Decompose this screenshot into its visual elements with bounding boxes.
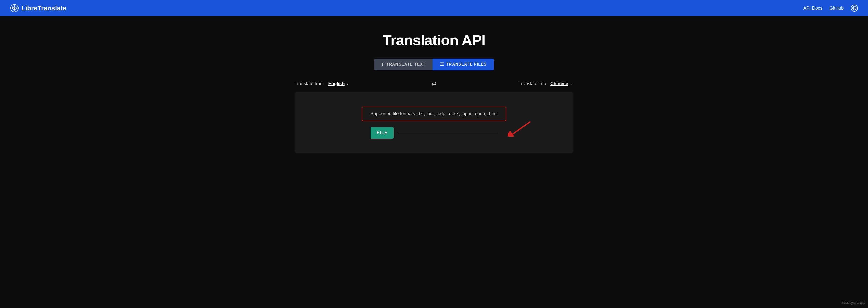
language-globe-icon[interactable] [851,5,858,12]
file-formats-text: Supported file formats: .txt, .odt, .odp… [370,111,497,116]
target-lang-selector[interactable]: Translate into Chinese ⌄ [519,81,574,86]
translate-text-tab[interactable]: T TRANSLATE TEXT [374,59,433,70]
navbar: LibreTranslate API Docs GitHub [0,0,868,16]
github-link[interactable]: GitHub [830,6,844,11]
navbar-links: API Docs GitHub [803,5,858,12]
source-lang-chevron: ⌄ [346,82,349,86]
source-lang-selector[interactable]: Translate from English ⌄ [294,81,349,86]
brand-icon [10,4,19,12]
target-lang-value: Chinese [550,81,568,86]
translation-controls: Translate from English ⌄ ⇄ Translate int… [294,80,574,87]
watermark: CSDN @杨落老乐 [841,301,865,305]
main-content: Translation API T TRANSLATE TEXT ☷ TRANS… [0,16,868,168]
source-lang-value: English [328,81,344,86]
swap-languages-icon[interactable]: ⇄ [431,80,436,87]
translate-files-tab[interactable]: ☷ TRANSLATE FILES [433,59,494,70]
brand-name: LibreTranslate [21,4,66,12]
file-format-info: Supported file formats: .txt, .odt, .odp… [362,107,506,121]
file-name-line [398,133,497,133]
translate-from-label: Translate from [294,81,324,86]
file-upload-area: Supported file formats: .txt, .odt, .odp… [294,92,574,153]
red-arrow-icon [507,119,533,138]
files-tab-icon: ☷ [440,62,444,67]
translate-files-label: TRANSLATE FILES [446,62,487,67]
brand-logo[interactable]: LibreTranslate [10,4,66,12]
file-button[interactable]: FILE [371,127,394,139]
api-docs-link[interactable]: API Docs [803,6,823,11]
target-lang-chevron: ⌄ [569,81,574,86]
svg-line-9 [513,121,530,134]
text-tab-icon: T [381,62,384,67]
page-title: Translation API [382,31,485,49]
translate-into-label: Translate into [519,81,546,86]
translate-text-label: TRANSLATE TEXT [386,62,426,67]
file-input-row: FILE [371,127,497,139]
tab-buttons: T TRANSLATE TEXT ☷ TRANSLATE FILES [374,59,494,70]
